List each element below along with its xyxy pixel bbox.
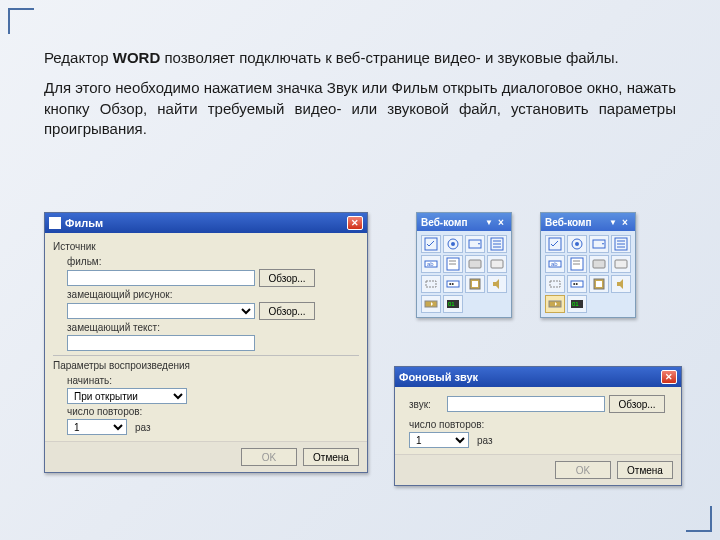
wc-tool-reset-icon[interactable] [487, 255, 507, 273]
web-components-toolbar-2[interactable]: Веб-комп ▼ × ab •• 01 [540, 212, 636, 318]
intro-paragraph-1: Редактор WORD позволяет подключать к веб… [44, 48, 676, 68]
wc-tool-counter-icon[interactable]: 01 [443, 295, 463, 313]
film-label-start: начинать: [67, 375, 112, 386]
film-select-repeat[interactable]: 1 [67, 419, 127, 435]
sound-button-row: OK Отмена [395, 454, 681, 485]
film-cancel-button[interactable]: Отмена [303, 448, 359, 466]
wc-tool-empty [465, 295, 485, 313]
wc-tool-dropdown-icon[interactable] [465, 235, 485, 253]
sound-title: Фоновый звук [399, 371, 661, 383]
svg-rect-37 [615, 260, 627, 268]
wc-tool-empty [487, 295, 507, 313]
wc-tool-password-icon[interactable]: •• [443, 275, 463, 293]
film-input-text[interactable] [67, 335, 255, 351]
wc1-grid: ab •• 01 [417, 231, 511, 317]
slide-corner-br [686, 506, 712, 532]
film-input-film[interactable] [67, 270, 255, 286]
wc-tool-hidden-icon[interactable] [545, 275, 565, 293]
svg-text:ab: ab [551, 261, 558, 267]
film-ok-button[interactable]: OK [241, 448, 297, 466]
wc-tool-textbox-icon[interactable]: ab [421, 255, 441, 273]
wc-tool-password-icon[interactable]: •• [567, 275, 587, 293]
web-components-toolbar-1[interactable]: Веб-комп ▼ × ab •• 01 [416, 212, 512, 318]
film-group-source: Источник [53, 241, 359, 252]
sound-titlebar[interactable]: Фоновый звук ✕ [395, 367, 681, 387]
wc-tool-textarea-icon[interactable] [567, 255, 587, 273]
wc-tool-empty [589, 295, 609, 313]
sound-label-repeat: число повторов: [409, 419, 484, 430]
close-icon[interactable]: × [495, 216, 507, 228]
wc-tool-reset-icon[interactable] [611, 255, 631, 273]
wc-tool-textbox-icon[interactable]: ab [545, 255, 565, 273]
svg-rect-14 [491, 260, 503, 268]
chevron-down-icon[interactable]: ▼ [485, 218, 493, 227]
film-titlebar[interactable]: Фильм ✕ [45, 213, 367, 233]
chevron-down-icon[interactable]: ▼ [609, 218, 617, 227]
wc-tool-film-icon[interactable] [465, 275, 485, 293]
film-combo-image[interactable] [67, 303, 255, 319]
film-title: Фильм [65, 217, 347, 229]
film-button-row: OK Отмена [45, 441, 367, 472]
film-browse-image-button[interactable]: Обзор... [259, 302, 315, 320]
sound-ok-button[interactable]: OK [555, 461, 611, 479]
wc-tool-submit-icon[interactable] [589, 255, 609, 273]
intro-paragraph-2: Для этого необходимо нажатием значка Зву… [44, 78, 676, 139]
wc-tool-dropdown-icon[interactable] [589, 235, 609, 253]
film-title-icon [49, 217, 61, 229]
wc-tool-list-icon[interactable] [611, 235, 631, 253]
wc2-grid: ab •• 01 [541, 231, 635, 317]
film-label-text: замещающий текст: [67, 322, 160, 333]
sound-cancel-button[interactable]: Отмена [617, 461, 673, 479]
svg-rect-15 [426, 281, 436, 287]
sound-label-sound: звук: [409, 399, 443, 410]
svg-rect-19 [472, 281, 478, 287]
wc-tool-sound-icon[interactable] [611, 275, 631, 293]
wc2-title-text: Веб-комп [545, 217, 607, 228]
close-icon[interactable]: ✕ [347, 216, 363, 230]
film-browse-film-button[interactable]: Обзор... [259, 269, 315, 287]
film-repeat-unit: раз [135, 422, 151, 433]
wc1-title[interactable]: Веб-комп ▼ × [417, 213, 511, 231]
wc-tool-marquee-icon[interactable] [421, 295, 441, 313]
svg-text:••: •• [573, 280, 578, 287]
sound-input-sound[interactable] [447, 396, 605, 412]
close-icon[interactable]: ✕ [661, 370, 677, 384]
wc-tool-textarea-icon[interactable] [443, 255, 463, 273]
sound-browse-button[interactable]: Обзор... [609, 395, 665, 413]
wc-tool-sound-icon[interactable] [487, 275, 507, 293]
film-label-film: фильм: [67, 256, 102, 267]
svg-point-25 [575, 242, 579, 246]
intro-p1a: Редактор [44, 49, 113, 66]
film-label-repeat: число повторов: [67, 406, 142, 417]
dialog-sound: Фоновый звук ✕ звук: Обзор... число повт… [394, 366, 682, 486]
film-divider [53, 355, 359, 356]
svg-text:01: 01 [448, 301, 455, 307]
sound-repeat-unit: раз [477, 435, 493, 446]
intro-p1c: позволяет подключать к веб-странице виде… [160, 49, 618, 66]
wc-tool-film-icon[interactable] [589, 275, 609, 293]
svg-text:••: •• [449, 280, 454, 287]
svg-rect-42 [596, 281, 602, 287]
wc-tool-list-icon[interactable] [487, 235, 507, 253]
wc2-title[interactable]: Веб-комп ▼ × [541, 213, 635, 231]
film-group-play: Параметры воспроизведения [53, 360, 359, 371]
sound-select-repeat[interactable]: 1 [409, 432, 469, 448]
intro-p1b: WORD [113, 49, 161, 66]
wc1-title-text: Веб-комп [421, 217, 483, 228]
svg-rect-13 [469, 260, 481, 268]
wc-tool-submit-icon[interactable] [465, 255, 485, 273]
wc-tool-marquee-icon[interactable] [545, 295, 565, 313]
close-icon[interactable]: × [619, 216, 631, 228]
film-select-start[interactable]: При открытии [67, 388, 187, 404]
wc-tool-checkbox-icon[interactable] [545, 235, 565, 253]
wc-tool-checkbox-icon[interactable] [421, 235, 441, 253]
dialog-film: Фильм ✕ Источник фильм: Обзор... замещаю… [44, 212, 368, 473]
wc-tool-radio-icon[interactable] [443, 235, 463, 253]
wc-tool-hidden-icon[interactable] [421, 275, 441, 293]
film-label-image: замещающий рисунок: [67, 289, 172, 300]
svg-text:ab: ab [427, 261, 434, 267]
svg-text:01: 01 [572, 301, 579, 307]
wc-tool-counter-icon[interactable]: 01 [567, 295, 587, 313]
wc-tool-empty [611, 295, 631, 313]
wc-tool-radio-icon[interactable] [567, 235, 587, 253]
